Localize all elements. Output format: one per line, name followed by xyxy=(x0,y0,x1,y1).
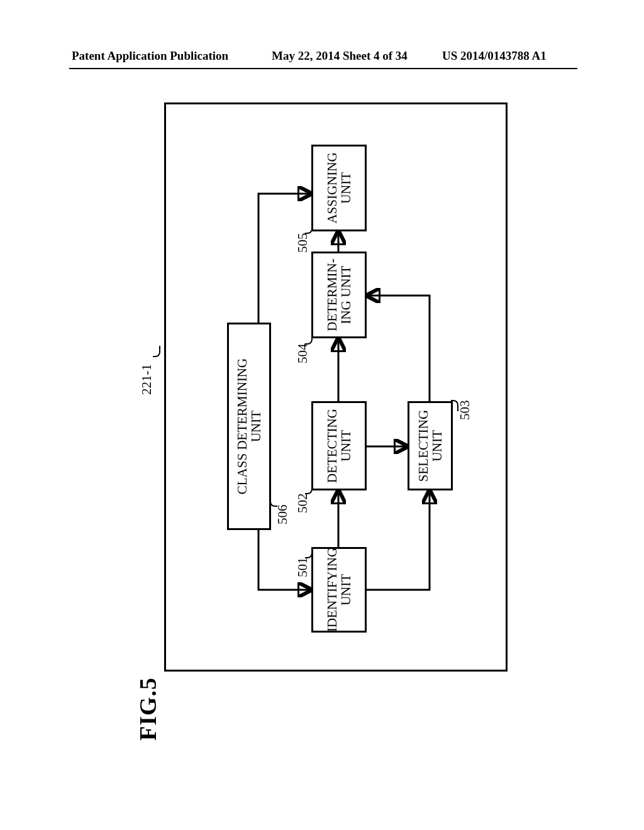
ref-506: 506 xyxy=(275,505,291,525)
block-identifying: IDENTIFYING UNIT xyxy=(311,547,367,633)
page-header: Patent Application Publication May 22, 2… xyxy=(0,49,644,67)
page: Patent Application Publication May 22, 2… xyxy=(0,0,644,830)
block-selecting: SELECTING UNIT xyxy=(408,401,453,490)
container-ref-label: 221-1 xyxy=(139,364,155,395)
header-date-sheet: May 22, 2014 Sheet 4 of 34 xyxy=(272,49,408,63)
header-rule xyxy=(69,68,577,69)
ref-505: 505 xyxy=(295,233,311,253)
block-label: CLASS DETERMINING UNIT xyxy=(235,358,263,494)
block-determining: DETERMIN- ING UNIT xyxy=(311,252,367,338)
block-detecting: DETECTING UNIT xyxy=(311,401,367,490)
block-label: DETECTING UNIT xyxy=(325,409,353,483)
block-label: SELECTING UNIT xyxy=(416,410,444,482)
block-label: IDENTIFYING UNIT xyxy=(325,548,353,632)
figure-title: FIG.5 xyxy=(134,677,162,741)
ref-502: 502 xyxy=(295,494,311,514)
figure-area: FIG.5 221-1 xyxy=(121,102,508,672)
ref-503: 503 xyxy=(457,401,473,421)
ref-506-tick xyxy=(270,495,277,507)
ref-504: 504 xyxy=(295,344,311,364)
header-pub-number: US 2014/0143788 A1 xyxy=(442,49,547,63)
block-label: DETERMIN- ING UNIT xyxy=(325,258,353,331)
block-assigning: ASSIGNING UNIT xyxy=(311,145,367,231)
block-label: ASSIGNING UNIT xyxy=(325,152,353,223)
ref-501: 501 xyxy=(295,558,311,578)
block-class-determining: CLASS DETERMINING UNIT xyxy=(227,323,271,530)
header-publication: Patent Application Publication xyxy=(72,49,228,63)
container-ref-tick xyxy=(153,346,160,357)
ref-503-tick xyxy=(451,400,458,411)
figure-stage: FIG.5 221-1 xyxy=(121,102,508,672)
